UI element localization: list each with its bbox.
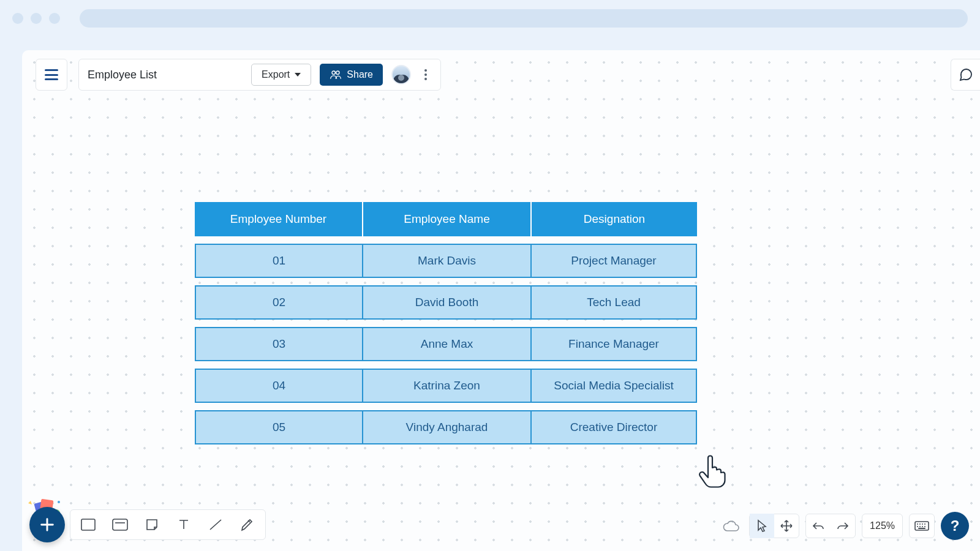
cell-name: Mark Davis <box>362 244 532 278</box>
undo-redo-group <box>805 514 856 538</box>
plus-icon <box>39 516 56 533</box>
zoom-level: 125% <box>862 520 902 531</box>
comments-button[interactable] <box>951 59 980 91</box>
move-icon <box>780 519 793 533</box>
card-tool[interactable] <box>108 513 132 536</box>
cell-role: Finance Manager <box>530 327 697 361</box>
table-row[interactable]: 01 Mark Davis Project Manager <box>195 244 697 278</box>
canvas[interactable]: Employee List Export Share <box>22 50 980 551</box>
undo-icon <box>812 520 825 531</box>
cell-number: 05 <box>195 410 363 444</box>
text-icon <box>176 517 191 532</box>
redo-icon <box>836 520 850 531</box>
user-avatar[interactable] <box>391 65 411 84</box>
cell-role: Tech Lead <box>530 285 697 320</box>
document-title[interactable]: Employee List <box>88 69 157 81</box>
cell-name: David Booth <box>362 285 532 320</box>
column-header: Designation <box>532 202 697 236</box>
keyboard-icon <box>914 520 930 531</box>
hamburger-icon <box>45 69 58 80</box>
table-row[interactable]: 02 David Booth Tech Lead <box>195 285 697 320</box>
cursor-icon <box>756 519 768 533</box>
cell-number: 04 <box>195 369 363 403</box>
menu-button[interactable] <box>36 59 67 91</box>
svg-rect-6 <box>81 519 95 530</box>
export-label: Export <box>262 69 290 80</box>
question-icon: ? <box>951 517 960 534</box>
keyboard-button[interactable] <box>909 514 935 538</box>
table-row[interactable]: 04 Katrina Zeon Social Media Specialist <box>195 369 697 403</box>
cell-number: 03 <box>195 327 363 361</box>
sync-status[interactable] <box>718 514 743 538</box>
cell-role: Project Manager <box>530 244 697 278</box>
rectangle-icon <box>80 518 96 531</box>
svg-rect-7 <box>113 519 127 530</box>
cell-name: Katrina Zeon <box>362 369 532 403</box>
speech-bubble-icon <box>959 67 973 82</box>
browser-dot <box>31 13 42 24</box>
shape-toolbar <box>70 509 266 540</box>
zoom-group[interactable]: 125% <box>862 514 903 538</box>
line-icon <box>208 517 224 532</box>
card-icon <box>111 518 129 531</box>
table-header: Employee Number Employee Name Designatio… <box>195 202 697 236</box>
rectangle-tool[interactable] <box>77 513 100 536</box>
browser-chrome <box>0 0 980 37</box>
column-header: Employee Number <box>195 202 363 236</box>
more-button[interactable] <box>420 66 432 84</box>
caret-down-icon <box>295 73 301 77</box>
title-bar: Employee List Export Share <box>78 59 441 91</box>
browser-dot <box>49 13 60 24</box>
column-header: Employee Name <box>363 202 532 236</box>
browser-address-bar[interactable] <box>80 9 968 28</box>
table-row[interactable]: 03 Anne Max Finance Manager <box>195 327 697 361</box>
canvas-header: Employee List Export Share <box>36 59 441 91</box>
svg-line-9 <box>210 520 221 530</box>
undo-button[interactable] <box>806 514 831 538</box>
cell-name: Vindy Angharad <box>362 410 532 444</box>
pan-mode[interactable] <box>774 514 799 538</box>
cell-number: 02 <box>195 285 363 320</box>
export-button[interactable]: Export <box>251 64 311 86</box>
cell-name: Anne Max <box>362 327 532 361</box>
highlighter-icon <box>239 517 255 533</box>
add-button[interactable] <box>29 507 65 542</box>
cell-number: 01 <box>195 244 363 278</box>
svg-point-1 <box>336 71 339 74</box>
browser-dot <box>12 13 23 24</box>
share-button[interactable]: Share <box>320 64 383 86</box>
redo-button[interactable] <box>831 514 855 538</box>
select-mode[interactable] <box>750 514 774 538</box>
cursor-mode-group <box>749 514 799 538</box>
note-tool[interactable] <box>140 513 164 536</box>
cell-role: Social Media Specialist <box>530 369 697 403</box>
share-label: Share <box>347 69 373 80</box>
help-button[interactable]: ? <box>941 512 969 540</box>
text-tool[interactable] <box>172 513 195 536</box>
sticky-note-icon <box>145 517 159 532</box>
table-row[interactable]: 05 Vindy Angharad Creative Director <box>195 410 697 444</box>
highlighter-tool[interactable] <box>236 513 259 536</box>
people-icon <box>330 70 342 80</box>
employee-table[interactable]: Employee Number Employee Name Designatio… <box>195 202 697 444</box>
svg-point-0 <box>332 71 335 74</box>
line-tool[interactable] <box>204 513 227 536</box>
cell-role: Creative Director <box>530 410 697 444</box>
cloud-icon <box>722 520 739 532</box>
view-controls: 125% ? <box>718 512 969 540</box>
